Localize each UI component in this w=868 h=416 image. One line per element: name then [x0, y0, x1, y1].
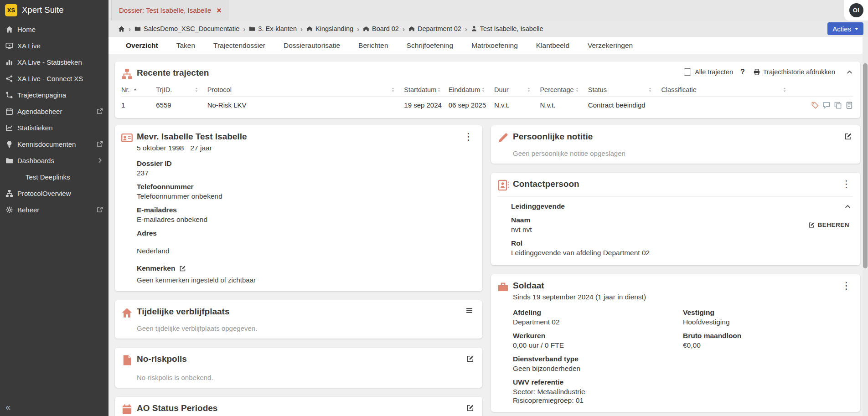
- person-icon: [471, 26, 477, 32]
- kebab-menu-button[interactable]: ⋮: [840, 281, 853, 290]
- field-label: Vestiging: [683, 308, 853, 317]
- scrollbar-track[interactable]: [863, 37, 868, 416]
- edit-icon[interactable]: [843, 132, 853, 141]
- app-logo-row[interactable]: XS Xpert Suite: [0, 0, 108, 20]
- dossier-tab[interactable]: Dossier: Test Isabelle, Isabelle ×: [111, 0, 229, 21]
- field-label: Werkuren: [513, 332, 683, 340]
- table-row[interactable]: 1 6559 No-Risk LKV 19 sep 2024 06 sep 20…: [121, 97, 853, 112]
- alle-trajecten-label: Alle trajecten: [695, 68, 733, 76]
- field-value: Geen kenmerken ingesteld of zichtbaar: [137, 276, 475, 284]
- tag-icon[interactable]: [811, 102, 819, 109]
- field-label: Rol: [511, 239, 853, 247]
- collapse-chevron-up-icon[interactable]: [846, 69, 853, 76]
- card-title: Persoonlijke notitie: [513, 132, 593, 142]
- edit-icon[interactable]: [179, 265, 186, 272]
- tab-berichten[interactable]: Berichten: [349, 37, 397, 54]
- sidebar-item-xa-live[interactable]: XA Live: [0, 37, 108, 54]
- sort-icon: [480, 87, 486, 92]
- house-icon: [121, 307, 133, 318]
- sidebar-item-test-deeplinks[interactable]: Test Deeplinks: [0, 169, 108, 185]
- card-title: Tijdelijke verblijfplaats: [137, 307, 229, 317]
- edit-icon[interactable]: [465, 354, 475, 364]
- journal-icon[interactable]: [846, 102, 853, 109]
- tab-schrijfoefening[interactable]: Schrijfoefening: [398, 37, 463, 54]
- sidebar-item-kennisdocumenten[interactable]: Kennisdocumenten: [0, 136, 108, 152]
- column-header[interactable]: TrjID.: [156, 83, 207, 97]
- sort-icon: [574, 87, 580, 92]
- column-header[interactable]: Duur: [494, 83, 540, 97]
- scrollbar-thumb[interactable]: [863, 63, 868, 268]
- content: Recente trajecten Alle trajecten ? Traje…: [108, 54, 868, 416]
- comment-icon[interactable]: [823, 102, 830, 109]
- tab-taken[interactable]: Taken: [167, 37, 204, 54]
- kebab-menu-button[interactable]: ⋮: [462, 132, 475, 141]
- edit-icon[interactable]: [465, 403, 475, 413]
- collapse-chevron-up-icon[interactable]: [844, 203, 851, 210]
- persoonlijke-notitie-card: Persoonlijke notitie Geen persoonlijke n…: [491, 125, 860, 164]
- topbar: Dossier: Test Isabelle, Isabelle × OI: [108, 0, 868, 21]
- tab-overzicht[interactable]: Overzicht: [117, 37, 167, 54]
- column-header[interactable]: Percentage: [540, 83, 588, 97]
- copy-icon[interactable]: [834, 102, 842, 109]
- id-card-icon: [121, 132, 133, 144]
- route-icon: [5, 91, 13, 99]
- empty-state-text: Geen persoonlijke notitie opgeslagen: [513, 149, 853, 157]
- breadcrumb-item[interactable]: 3. Ex-klanten: [249, 25, 297, 32]
- breadcrumb-item[interactable]: Board 02: [363, 25, 399, 32]
- close-icon[interactable]: ×: [217, 6, 222, 15]
- cell-protocol: No-Risk LKV: [207, 97, 404, 112]
- sidebar-item-home[interactable]: Home: [0, 21, 108, 37]
- sidebar-item-trajectenpagina[interactable]: Trajectenpagina: [0, 87, 108, 103]
- sidebar-item-label: Beheer: [17, 206, 39, 214]
- sidebar-item-protocoloverview[interactable]: ProtocolOverview: [0, 185, 108, 201]
- column-header[interactable]: Nr.: [121, 83, 156, 97]
- alle-trajecten-checkbox[interactable]: [684, 68, 691, 76]
- breadcrumb-home-icon[interactable]: [118, 26, 125, 32]
- tab-matrixoefening[interactable]: Matrixoefening: [462, 37, 527, 54]
- sidebar: XS Xpert Suite Home XA Live XA Live - St…: [0, 0, 108, 416]
- tab-klantbeeld[interactable]: Klantbeeld: [527, 37, 579, 54]
- card-title: Soldaat: [513, 281, 646, 291]
- sidebar-item-agendabeheer[interactable]: Agendabeheer: [0, 103, 108, 119]
- help-icon[interactable]: ?: [740, 68, 745, 76]
- caret-down-icon: [855, 28, 858, 30]
- sidebar-item-label: Home: [17, 26, 36, 33]
- sidebar-item-xa-live-connect-xs[interactable]: XA Live - Connect XS: [0, 70, 108, 87]
- column-header[interactable]: Classificatie: [661, 83, 796, 97]
- sidebar-item-statistieken[interactable]: Statistieken: [0, 119, 108, 136]
- field-value: nvt nvt: [511, 226, 532, 234]
- breadcrumb-item[interactable]: Kingslanding: [306, 25, 353, 32]
- print-trajecthistorie-button[interactable]: Trajecthistorie afdrukken: [753, 68, 835, 76]
- network-icon: [5, 75, 13, 82]
- beheren-button[interactable]: BEHEREN: [808, 221, 849, 228]
- column-header[interactable]: Startdatum: [404, 83, 448, 97]
- field-label: E-mailadres: [137, 206, 475, 214]
- tab-dossierautorisatie[interactable]: Dossierautorisatie: [274, 37, 349, 54]
- kebab-menu-button[interactable]: ⋮: [840, 179, 853, 189]
- field-label: Afdeling: [513, 308, 683, 317]
- field-label: Kenmerken: [137, 264, 175, 272]
- cell-trjid: 6559: [156, 97, 207, 112]
- avatar-box: OI: [844, 0, 868, 21]
- tab-verzekeringen[interactable]: Verzekeringen: [579, 37, 642, 54]
- sidebar-item-beheer[interactable]: Beheer: [0, 201, 108, 218]
- breadcrumb-separator: ›: [353, 25, 363, 33]
- column-header[interactable]: Status: [588, 83, 661, 97]
- acties-button[interactable]: Acties: [827, 22, 863, 35]
- sidebar-item-xa-live-statistieken[interactable]: XA Live - Statistieken: [0, 54, 108, 70]
- printer-icon: [753, 68, 760, 76]
- avatar[interactable]: OI: [849, 3, 863, 17]
- breadcrumb-item[interactable]: Test Isabelle, Isabelle: [471, 25, 543, 32]
- sidebar-collapse-button[interactable]: «: [5, 402, 10, 412]
- sort-icon: [526, 87, 532, 92]
- cell-startdatum: 19 sep 2024: [404, 97, 448, 112]
- column-header[interactable]: Protocol: [207, 83, 404, 97]
- sidebar-item-label: Kennisdocumenten: [17, 140, 76, 148]
- column-header[interactable]: Einddatum: [449, 83, 494, 97]
- tab-trajectendossier[interactable]: Trajectendossier: [204, 37, 274, 54]
- breadcrumb-item[interactable]: Department 02: [408, 25, 461, 32]
- breadcrumb-item[interactable]: SalesDemo_XSC_Documentatie: [134, 25, 239, 32]
- menu-icon[interactable]: [464, 307, 475, 314]
- sidebar-item-dashboards[interactable]: Dashboards: [0, 152, 108, 169]
- external-link-icon: [97, 141, 103, 147]
